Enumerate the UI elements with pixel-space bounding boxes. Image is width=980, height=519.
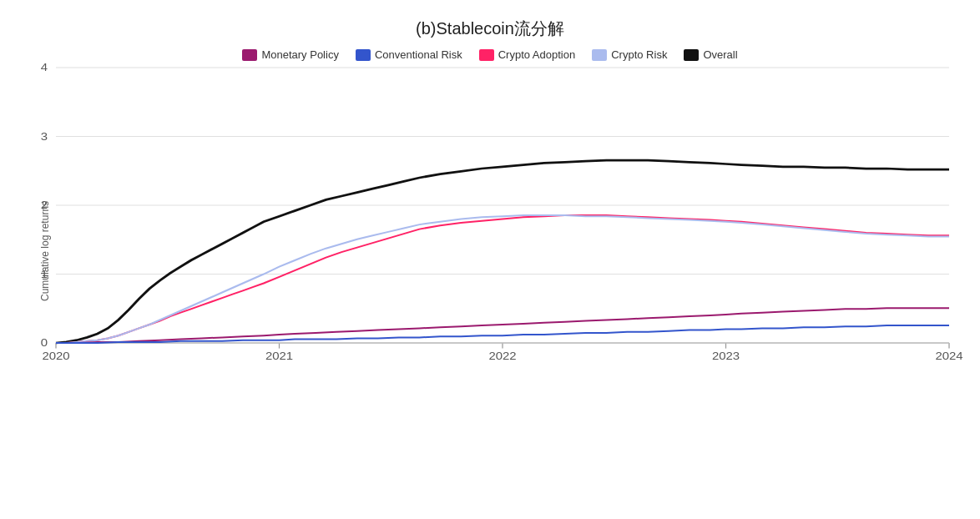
legend: Monetary PolicyConventional RiskCrypto A… [31,48,949,61]
svg-text:0: 0 [41,336,48,349]
chart-title: (b)Stablecoin流分解 [31,18,949,40]
chart-container: (b)Stablecoin流分解 Monetary PolicyConventi… [31,18,949,501]
line-monetary-policy [56,308,949,343]
legend-item: Conventional Risk [356,48,462,61]
legend-swatch [242,49,257,61]
legend-swatch [592,49,607,61]
chart-area: Cumulative log returns 0 1 2 3 4 [31,68,949,435]
legend-label: Overall [703,48,737,61]
legend-swatch [479,49,494,61]
svg-text:2: 2 [41,199,48,211]
svg-text:2021: 2021 [265,350,293,362]
svg-text:4: 4 [41,61,48,73]
plot-area: 0 1 2 3 4 [56,68,949,435]
svg-text:2023: 2023 [712,350,740,362]
legend-label: Monetary Policy [261,48,338,61]
legend-swatch [684,49,699,61]
svg-text:2020: 2020 [42,350,69,362]
y-axis-label: Cumulative log returns [31,68,56,435]
svg-text:2022: 2022 [488,350,516,362]
legend-label: Crypto Risk [611,48,667,61]
legend-item: Crypto Risk [592,48,667,61]
svg-text:1: 1 [41,268,48,280]
legend-label: Crypto Adoption [498,48,576,61]
legend-item: Crypto Adoption [479,48,576,61]
svg-text:2024: 2024 [935,350,962,362]
legend-swatch [356,49,371,61]
line-overall [56,160,949,343]
svg-text:3: 3 [41,130,48,143]
legend-label: Conventional Risk [375,48,462,61]
legend-item: Overall [684,48,737,61]
line-conventional-risk [56,325,949,343]
legend-item: Monetary Policy [242,48,338,61]
chart-svg: 0 1 2 3 4 [56,68,949,435]
